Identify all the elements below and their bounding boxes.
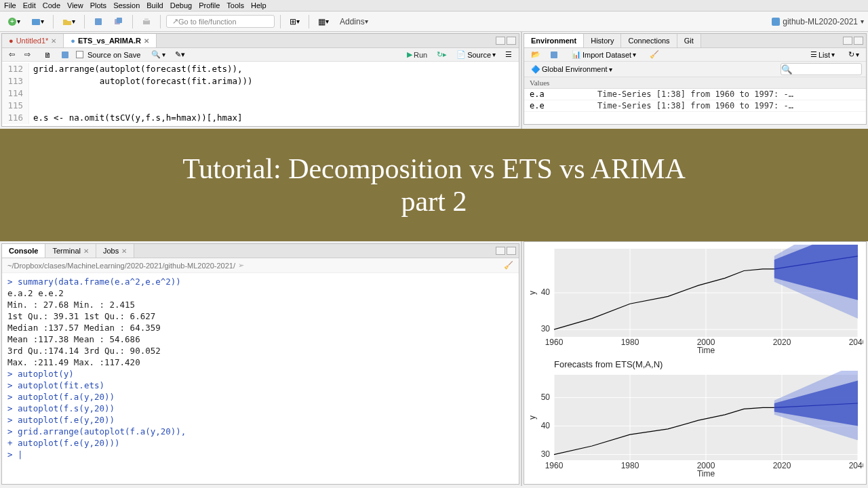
tab-console[interactable]: Console bbox=[2, 244, 45, 258]
close-icon[interactable]: ✕ bbox=[121, 247, 127, 255]
new-file-button[interactable]: +▾ bbox=[4, 15, 24, 28]
plot-top: 196019802000202020403040Timey bbox=[527, 245, 863, 358]
svg-text:Time: Time bbox=[697, 469, 715, 479]
tab-terminal[interactable]: Terminal✕ bbox=[45, 244, 96, 258]
env-filter-input[interactable] bbox=[781, 63, 862, 75]
show-in-new-button[interactable]: 🗎 bbox=[41, 50, 54, 60]
menu-file[interactable]: File bbox=[4, 1, 16, 9]
save-workspace-button[interactable] bbox=[547, 50, 561, 60]
tab-connections[interactable]: Connections bbox=[621, 34, 677, 47]
svg-rect-3 bbox=[95, 18, 102, 25]
import-dataset-button[interactable]: 📊 Import Dataset ▾ bbox=[569, 49, 639, 60]
load-workspace-button[interactable]: 📂 bbox=[528, 49, 543, 60]
forward-button[interactable]: ⇨ bbox=[22, 49, 33, 60]
clear-env-button[interactable]: 🧹 bbox=[647, 49, 662, 60]
tab-environment[interactable]: Environment bbox=[524, 34, 584, 47]
minimize-icon[interactable] bbox=[496, 37, 505, 45]
menu-code[interactable]: Code bbox=[43, 1, 60, 9]
plot-bottom: 19601980200020202040304050Timey bbox=[527, 371, 863, 481]
svg-text:Time: Time bbox=[697, 346, 715, 355]
goto-placeholder: Go to file/function bbox=[178, 18, 237, 26]
menu-edit[interactable]: Edit bbox=[23, 1, 36, 9]
project-selector[interactable]: github-ML2020-2021 ▾ bbox=[772, 17, 864, 26]
svg-text:1960: 1960 bbox=[545, 338, 564, 347]
print-button[interactable] bbox=[138, 15, 155, 28]
menu-plots[interactable]: Plots bbox=[90, 1, 106, 9]
save-all-button[interactable] bbox=[111, 15, 127, 28]
code-editor[interactable]: 112grid.arrange(autoplot(forecast(fit.et… bbox=[2, 62, 519, 125]
console-line: > grid.arrange(autoplot(f.a(y,20)), bbox=[7, 426, 513, 437]
tab-ets-vs-arima[interactable]: ●ETS_vs_ARIMA.R✕ bbox=[64, 34, 157, 47]
new-project-button[interactable]: ▾ bbox=[28, 15, 47, 28]
refresh-env-button[interactable]: ↻▾ bbox=[846, 49, 862, 60]
project-name: github-ML2020-2021 bbox=[783, 17, 858, 26]
tab-untitled1[interactable]: ●Untitled1*✕ bbox=[2, 34, 64, 47]
console-output[interactable]: > summary(data.frame(e.a^2,e.e^2)) e.a.2… bbox=[2, 273, 519, 463]
close-icon[interactable]: ✕ bbox=[83, 247, 89, 255]
env-scope-button[interactable]: 🔷 Global Environment ▾ bbox=[528, 64, 615, 75]
tab-jobs[interactable]: Jobs✕ bbox=[96, 244, 134, 258]
code-line[interactable]: 113 autoplot(forecast(fit.arima))) bbox=[2, 75, 519, 87]
env-tabs: Environment History Connections Git bbox=[524, 34, 866, 48]
rerun-button[interactable]: ↻▸ bbox=[434, 49, 450, 60]
close-icon[interactable]: ✕ bbox=[144, 37, 149, 45]
back-button[interactable]: ⇦ bbox=[6, 49, 18, 60]
menu-debug[interactable]: Debug bbox=[170, 1, 192, 9]
env-row[interactable]: e.eTime-Series [1:38] from 1960 to 1997:… bbox=[524, 100, 866, 112]
menu-session[interactable]: Session bbox=[113, 1, 140, 9]
menu-build[interactable]: Build bbox=[146, 1, 163, 9]
source-on-save-checkbox[interactable] bbox=[76, 51, 83, 58]
console-line: Max. :211.49 Max. :117.420 bbox=[7, 357, 513, 368]
goto-file-input[interactable]: ↗ Go to file/function bbox=[166, 15, 275, 28]
outline-button[interactable]: ☰ bbox=[502, 49, 515, 60]
addins-button[interactable]: Addins ▾ bbox=[336, 15, 372, 28]
grid-button[interactable]: ▦▾ bbox=[315, 15, 332, 28]
source-button[interactable]: 📄 Source ▾ bbox=[454, 49, 498, 60]
svg-text:1980: 1980 bbox=[621, 461, 639, 470]
tools-button[interactable]: ⊞▾ bbox=[286, 15, 303, 28]
source-toolbar: ⇦ ⇨ 🗎 Source on Save 🔍▾ ✎▾ ▶ Run ↻▸ 📄 So… bbox=[2, 48, 519, 62]
minimize-icon[interactable] bbox=[496, 247, 505, 255]
run-button[interactable]: ▶ Run bbox=[404, 49, 430, 60]
tab-git[interactable]: Git bbox=[677, 34, 701, 47]
env-toolbar: 📂 📊 Import Dataset ▾ 🧹 ☰ List ▾ ↻▾ bbox=[524, 48, 866, 62]
menu-help[interactable]: Help bbox=[251, 1, 267, 9]
maximize-icon[interactable] bbox=[507, 247, 516, 255]
menu-tools[interactable]: Tools bbox=[226, 1, 244, 9]
wand-button[interactable]: ✎▾ bbox=[172, 49, 188, 60]
maximize-icon[interactable] bbox=[507, 37, 516, 45]
find-button[interactable]: 🔍▾ bbox=[149, 49, 168, 60]
code-line[interactable]: 116e.s <- na.omit(tsCV(y,f.s,h=hmax))[,h… bbox=[2, 112, 519, 124]
save-button[interactable] bbox=[90, 15, 106, 28]
code-line[interactable]: 114 bbox=[2, 87, 519, 100]
svg-rect-8 bbox=[62, 52, 68, 58]
console-path: ~/Dropbox/clases/MachineLearning/2020-20… bbox=[2, 258, 519, 273]
plot-title: Forecasts from ETS(M,A,N) bbox=[527, 359, 863, 369]
path-send-icon[interactable]: ➢ bbox=[238, 261, 244, 270]
minimize-icon[interactable] bbox=[843, 37, 852, 45]
menu-view[interactable]: View bbox=[67, 1, 83, 9]
code-line[interactable]: 112grid.arrange(autoplot(forecast(fit.et… bbox=[2, 63, 519, 75]
save-source-button[interactable] bbox=[58, 50, 72, 60]
menu-profile[interactable]: Profile bbox=[199, 1, 220, 9]
svg-text:2020: 2020 bbox=[773, 461, 791, 470]
svg-text:2040: 2040 bbox=[849, 338, 863, 347]
console-line: + autoplot(f.e(y,20))) bbox=[7, 437, 513, 449]
code-line[interactable]: 115 bbox=[2, 100, 519, 112]
svg-text:2020: 2020 bbox=[773, 338, 791, 347]
tab-history[interactable]: History bbox=[584, 34, 621, 47]
maximize-icon[interactable] bbox=[854, 37, 863, 45]
env-row[interactable]: e.aTime-Series [1:38] from 1960 to 1997:… bbox=[524, 89, 866, 100]
env-list-button[interactable]: ☰ List ▾ bbox=[808, 49, 837, 60]
env-scope-bar: 🔷 Global Environment ▾ bbox=[524, 62, 866, 77]
clear-console-button[interactable]: 🧹 bbox=[504, 261, 513, 270]
open-file-button[interactable]: ▾ bbox=[59, 15, 79, 28]
console-line: > autoplot(f.e(y,20)) bbox=[7, 414, 513, 426]
source-tabs: ●Untitled1*✕ ●ETS_vs_ARIMA.R✕ bbox=[2, 34, 519, 48]
svg-text:40: 40 bbox=[541, 287, 551, 297]
overlay-line-1: Tutorial: Decomposition vs ETS vs ARIMA bbox=[182, 152, 686, 185]
close-icon[interactable]: ✕ bbox=[51, 37, 56, 45]
console-line: > autoplot(f.a(y,20)) bbox=[7, 391, 513, 403]
svg-text:+: + bbox=[10, 18, 14, 25]
env-section-header: Values bbox=[524, 77, 866, 89]
